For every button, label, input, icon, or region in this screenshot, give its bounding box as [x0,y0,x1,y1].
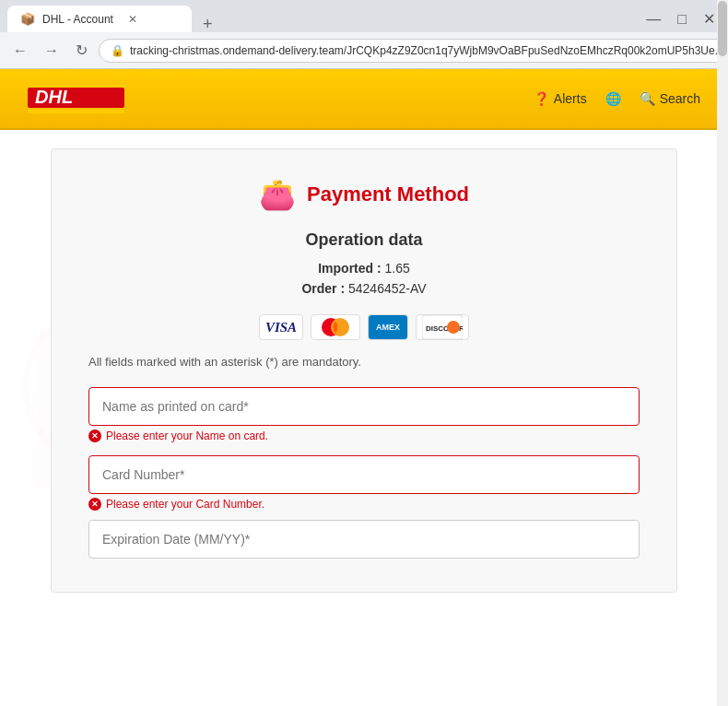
scrollbar-thumb[interactable] [718,1,727,56]
amex-logo: AMEX [368,314,408,340]
alerts-label: Alerts [554,91,587,106]
card-error-text: Please enter your Card Number. [106,498,264,511]
search-icon: 🔍 [640,91,655,106]
name-error-icon: ✕ [88,429,101,442]
header-navigation: ❓ Alerts 🌐 🔍 Search [534,91,700,106]
tab-close-button[interactable]: ✕ [128,13,137,26]
expiry-form-group [88,520,640,559]
imported-value: 1.65 [385,261,410,276]
expiry-input[interactable] [88,520,640,559]
operation-data-section: Operation data Imported : 1.65 Order : 5… [88,230,640,296]
back-button[interactable]: ← [7,39,33,63]
name-error-text: Please enter your Name on card. [106,429,268,442]
globe-icon: 🌐 [605,91,621,106]
card-number-input[interactable] [88,455,640,494]
payment-header: 👛 Payment Method [88,177,640,212]
imported-row: Imported : 1.65 [88,261,640,276]
alerts-icon: ❓ [534,91,549,106]
order-row: Order : 54246452-AV [88,281,640,296]
dhl-logo[interactable]: DHL [28,80,129,117]
alerts-link[interactable]: ❓ Alerts [534,91,587,106]
operation-data-title: Operation data [88,230,640,250]
svg-text:DHL: DHL [35,87,73,107]
new-tab-button[interactable]: + [195,16,220,32]
name-error-message: ✕ Please enter your Name on card. [88,429,640,442]
order-label: Order : [301,281,345,296]
payment-title: Payment Method [307,182,469,206]
card-error-message: ✕ Please enter your Card Number. [88,498,640,511]
globe-link[interactable]: 🌐 [605,91,621,106]
search-label: Search [660,91,700,106]
wallet-icon: 👛 [259,177,296,212]
search-button[interactable]: 🔍 Search [640,91,700,106]
svg-point-11 [447,321,460,334]
dhl-logo-svg: DHL [28,80,129,117]
visa-logo: VISA [259,314,303,340]
minimize-button[interactable]: — [640,9,666,29]
svg-rect-2 [28,110,124,113]
address-bar[interactable]: 🔒 tracking-christmas.ondemand-delivery.t… [99,39,728,63]
refresh-button[interactable]: ↻ [70,38,93,63]
mandatory-note: All fields marked with an asterisk (*) a… [88,355,640,369]
payment-card-section: 👛 Payment Method Operation data Imported… [51,148,677,593]
mastercard-logo [311,314,360,340]
card-error-icon: ✕ [88,498,101,511]
name-form-group: ✕ Please enter your Name on card. [88,387,640,442]
card-logos: VISA AMEX [88,314,640,340]
form-area: 👛 Payment Method Operation data Imported… [0,130,728,630]
main-content: DHL 👛 Payment Method Operation data [0,130,728,630]
maximize-button[interactable]: □ [672,9,692,29]
name-input[interactable] [88,387,640,426]
url-text: tracking-christmas.ondemand-delivery.tea… [130,44,724,57]
discover-logo: DISCOVER [416,314,469,340]
svg-rect-3 [28,84,124,88]
tab-title: DHL - Account [42,13,113,26]
dhl-header: DHL ❓ Alerts 🌐 🔍 Search [0,69,728,130]
active-tab[interactable]: 📦 DHL - Account ✕ [7,6,192,32]
order-value: 54246452-AV [348,281,427,296]
card-number-form-group: ✕ Please enter your Card Number. [88,455,640,511]
lock-icon: 🔒 [111,44,124,57]
tab-favicon: 📦 [20,12,35,26]
imported-label: Imported : [318,261,381,276]
forward-button[interactable]: → [39,39,65,63]
